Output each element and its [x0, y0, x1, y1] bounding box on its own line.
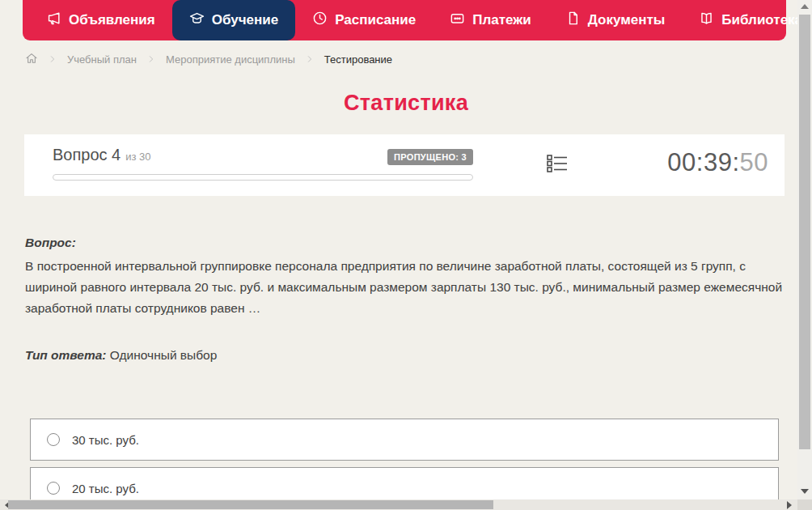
- nav-item-library[interactable]: Библиотека: [682, 0, 812, 40]
- vertical-scrollbar[interactable]: [797, 0, 812, 499]
- horizontal-scrollbar[interactable]: [0, 499, 797, 510]
- nav-item-label: Объявления: [69, 12, 155, 28]
- main-nav: Объявления Обучение Расписание Платежи Д…: [23, 0, 786, 40]
- question-list-button[interactable]: [545, 154, 569, 176]
- timer-main: 00:39:: [667, 148, 739, 176]
- nav-item-payments[interactable]: Платежи: [433, 0, 548, 40]
- page-title: Статистика: [0, 91, 812, 116]
- breadcrumb-separator-icon: [306, 53, 314, 66]
- breadcrumb-separator-icon: [49, 53, 57, 66]
- scrollbar-corner: [797, 499, 812, 510]
- clock-icon: [312, 11, 328, 30]
- timer-seconds: 50: [740, 148, 768, 176]
- horizontal-scrollbar-thumb[interactable]: [8, 500, 493, 509]
- answer-type-value: Одиночный выбор: [110, 348, 218, 362]
- payment-card-icon: [450, 11, 465, 30]
- answer-option[interactable]: 30 тыс. руб.: [30, 419, 779, 461]
- answer-options: 30 тыс. руб. 20 тыс. руб.: [30, 419, 779, 510]
- question-text: В построенной интервальной группировке п…: [25, 256, 785, 319]
- question-total: из 30: [125, 151, 150, 163]
- answer-option-label: 20 тыс. руб.: [72, 482, 139, 495]
- nav-item-schedule[interactable]: Расписание: [295, 0, 433, 40]
- breadcrumb-item-discipline-event[interactable]: Мероприятие дисциплины: [166, 53, 295, 66]
- megaphone-icon: [46, 11, 61, 30]
- question-header-card: Вопрос 4из 30 ПРОПУЩЕНО: 3 00:39:50: [24, 134, 785, 196]
- question-progress-bar: [53, 174, 473, 181]
- radio-button-icon[interactable]: [47, 482, 60, 495]
- nav-item-label: Расписание: [335, 12, 416, 28]
- question-number: Вопрос 4: [53, 146, 121, 164]
- vertical-scrollbar-thumb[interactable]: [799, 15, 810, 449]
- answer-type-row: Тип ответа: Одиночный выбор: [25, 348, 217, 363]
- nav-item-learning[interactable]: Обучение: [172, 0, 295, 40]
- radio-button-icon[interactable]: [47, 433, 60, 446]
- graduation-cap-icon: [189, 11, 205, 30]
- nav-item-label: Библиотека: [721, 12, 802, 28]
- scroll-down-arrow-icon[interactable]: [797, 485, 812, 498]
- home-icon[interactable]: [25, 52, 38, 67]
- question-prompt-label: Вопрос:: [25, 236, 785, 250]
- breadcrumb-separator-icon: [147, 53, 155, 66]
- nav-item-announcements[interactable]: Объявления: [29, 0, 172, 40]
- nav-item-label: Документы: [588, 12, 666, 28]
- breadcrumb: Учебный план Мероприятие дисциплины Тест…: [25, 50, 392, 68]
- breadcrumb-item-testing: Тестирование: [324, 53, 392, 66]
- answer-type-label: Тип ответа:: [25, 348, 107, 362]
- answer-option-label: 30 тыс. руб.: [72, 433, 139, 447]
- document-icon: [565, 11, 581, 30]
- breadcrumb-item-curriculum[interactable]: Учебный план: [67, 53, 137, 66]
- question-progress-block: Вопрос 4из 30 ПРОПУЩЕНО: 3: [53, 146, 473, 181]
- nav-item-label: Обучение: [212, 12, 278, 28]
- scroll-right-arrow-icon[interactable]: [786, 499, 796, 510]
- nav-item-label: Платежи: [472, 12, 531, 28]
- question-list-icon: [546, 153, 569, 177]
- nav-item-documents[interactable]: Документы: [548, 0, 683, 40]
- scroll-up-arrow-icon[interactable]: [797, 0, 812, 13]
- skipped-badge: ПРОПУЩЕНО: 3: [387, 149, 473, 165]
- timer: 00:39:50: [667, 148, 768, 177]
- question-body: Вопрос: В построенной интервальной групп…: [25, 236, 785, 319]
- book-icon: [699, 11, 714, 30]
